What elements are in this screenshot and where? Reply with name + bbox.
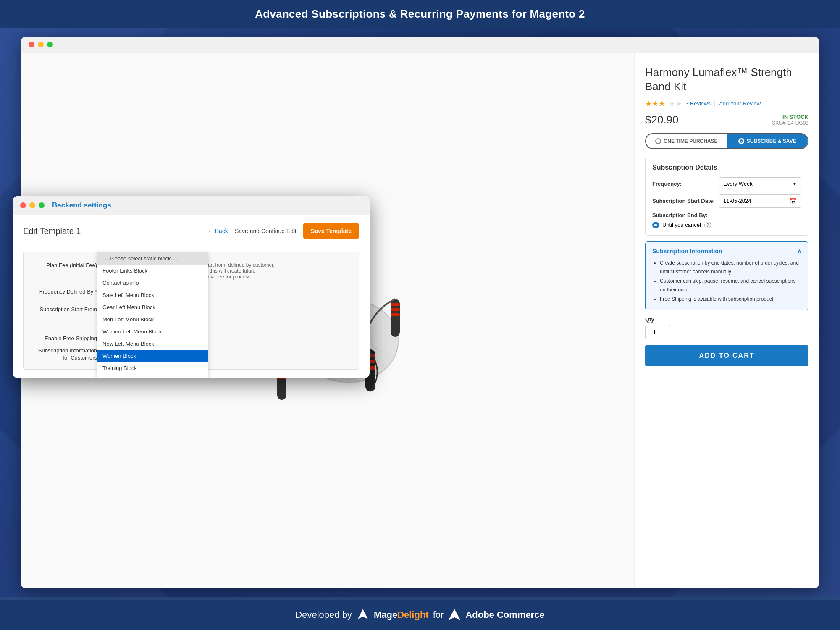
backend-dot-green <box>39 202 45 208</box>
start-date-label: Subscription Start Date: <box>652 198 715 204</box>
svg-rect-31 <box>391 303 400 306</box>
subscribe-option[interactable]: SUBSCRIBE & SAVE <box>727 134 808 148</box>
svg-rect-33 <box>391 313 400 316</box>
dropdown-item-9[interactable]: Training Block <box>97 362 208 374</box>
sku-info: SKU#: 24-UG03 <box>772 120 808 126</box>
stock-status: IN STOCK <box>772 114 808 120</box>
free-shipping-label: Enable Free Shipping <box>32 335 97 341</box>
dropdown-item-6[interactable]: Women Left Menu Block <box>97 326 208 338</box>
dropdown-item-8[interactable]: Women Block <box>97 350 208 362</box>
dropdown-item-1[interactable]: Footer Links Block <box>97 265 208 277</box>
calendar-icon: 📅 <box>790 198 797 205</box>
backend-settings-window: Backend settings Edit Template 1 ← Back … <box>13 196 370 378</box>
sub-info-customers-label: Subscription Information for Customers <box>32 347 97 362</box>
frequency-select[interactable]: Every Week ▼ <box>719 177 801 190</box>
backend-chrome: Backend settings <box>13 196 370 215</box>
subscribe-radio <box>738 138 744 144</box>
end-by-label: Subscription End By: <box>652 212 801 218</box>
edit-template-title: Edit Template 1 <box>23 226 201 236</box>
add-to-cart-button[interactable]: ADD TO CART <box>645 345 808 366</box>
qty-section: Qty <box>645 316 808 339</box>
one-time-radio <box>655 138 661 144</box>
dot-green <box>47 42 53 47</box>
backend-dot-yellow <box>29 202 35 208</box>
frequency-label: Frequency: <box>652 181 715 187</box>
until-cancel-option[interactable]: Until you cancel ? <box>652 222 801 228</box>
form-area: Plan Fee (Initial Fee) can start from: d… <box>23 252 359 370</box>
stars-empty: ★★ <box>669 99 682 108</box>
platform-name: Adobe Commerce <box>465 609 544 620</box>
dropdown-item-5[interactable]: Men Left Menu Block <box>97 313 208 326</box>
sub-info-item-1: Create subscription by end dates, number… <box>660 259 801 277</box>
subscription-info-header[interactable]: Subscription Information ∧ <box>652 248 801 255</box>
backend-window-title: Backend settings <box>52 201 111 210</box>
static-block-dropdown[interactable]: ----Please select static block---- Foote… <box>97 252 208 378</box>
subscription-start-label: Subscription Start From <box>32 304 97 312</box>
browser-chrome <box>21 37 819 53</box>
save-continue-button[interactable]: Save and Continue Edit <box>235 228 297 234</box>
dropdown-item-10[interactable]: Men Block <box>97 374 208 378</box>
subscription-info-list: Create subscription by end dates, number… <box>652 259 801 304</box>
magedelight-logo-icon <box>356 608 370 622</box>
until-cancel-radio <box>652 222 659 228</box>
start-date-row: Subscription Start Date: 11-05-2024 📅 <box>652 194 801 208</box>
subscription-info-box: Subscription Information ∧ Create subscr… <box>645 242 808 310</box>
bottom-banner: Developed by MageDelight for Adobe Comme… <box>0 600 840 630</box>
dropdown-item-placeholder[interactable]: ----Please select static block---- <box>97 252 208 265</box>
plan-fee-label: Plan Fee (Initial Fee) <box>32 260 97 268</box>
dropdown-item-3[interactable]: Sale Left Menu Block <box>97 289 208 301</box>
subscription-details-title: Subscription Details <box>652 164 801 171</box>
frequency-defined-label: Frequency Defined By * <box>32 289 97 295</box>
until-cancel-help-icon[interactable]: ? <box>704 222 711 228</box>
dropdown-item-4[interactable]: Gear Left Menu Block <box>97 301 208 313</box>
dot-red <box>29 42 34 47</box>
edit-template-header: Edit Template 1 ← Back Save and Continue… <box>23 223 359 244</box>
purchase-toggle[interactable]: ONE TIME PURCHASE SUBSCRIBE & SAVE <box>645 133 808 149</box>
backend-content: Edit Template 1 ← Back Save and Continue… <box>13 215 370 378</box>
stars: ★★★ <box>645 99 665 108</box>
product-price: $20.90 <box>645 113 679 126</box>
qty-label: Qty <box>645 316 808 323</box>
top-banner: Advanced Subscriptions & Recurring Payme… <box>0 0 840 28</box>
product-title: Harmony Lumaflex™ Strength Band Kit <box>645 66 808 94</box>
banner-title: Advanced Subscriptions & Recurring Payme… <box>255 8 585 20</box>
start-date-input[interactable]: 11-05-2024 📅 <box>719 194 801 208</box>
adobe-commerce-logo-icon <box>448 608 461 622</box>
rating-row: ★★★ ★★ 3 Reviews | Add Your Review <box>645 99 808 108</box>
sub-info-item-3: Free Shipping is avaiable with subscript… <box>660 295 801 304</box>
subscription-details-box: Subscription Details Frequency: Every We… <box>645 157 808 236</box>
frequency-row: Frequency: Every Week ▼ <box>652 177 801 190</box>
qty-input[interactable] <box>645 325 670 339</box>
reviews-link[interactable]: 3 Reviews <box>685 100 711 107</box>
product-details-panel: Harmony Lumaflex™ Strength Band Kit ★★★ … <box>634 53 819 587</box>
developed-by-text: Developed by <box>295 609 352 620</box>
dropdown-item-7[interactable]: New Left Menu Block <box>97 338 208 350</box>
add-review-link[interactable]: Add Your Review <box>719 100 761 107</box>
brand-name: MageDelight <box>374 609 429 620</box>
one-time-option[interactable]: ONE TIME PURCHASE <box>646 134 727 148</box>
price-stock-row: $20.90 IN STOCK SKU#: 24-UG03 <box>645 113 808 126</box>
save-template-button[interactable]: Save Template <box>303 223 359 239</box>
dot-yellow <box>38 42 44 47</box>
sub-info-item-2: Customer can skip, pause, resume, and ca… <box>660 277 801 295</box>
for-text: for <box>433 609 444 620</box>
accordion-up-icon: ∧ <box>797 248 801 255</box>
backend-dot-red <box>20 202 26 208</box>
svg-rect-32 <box>391 308 400 311</box>
chevron-down-icon: ▼ <box>793 181 797 186</box>
end-by-row: Subscription End By: Until you cancel ? <box>652 212 801 228</box>
stock-info: IN STOCK SKU#: 24-UG03 <box>772 114 808 126</box>
back-button[interactable]: ← Back <box>207 228 228 234</box>
dropdown-item-2[interactable]: Contact us info <box>97 277 208 289</box>
